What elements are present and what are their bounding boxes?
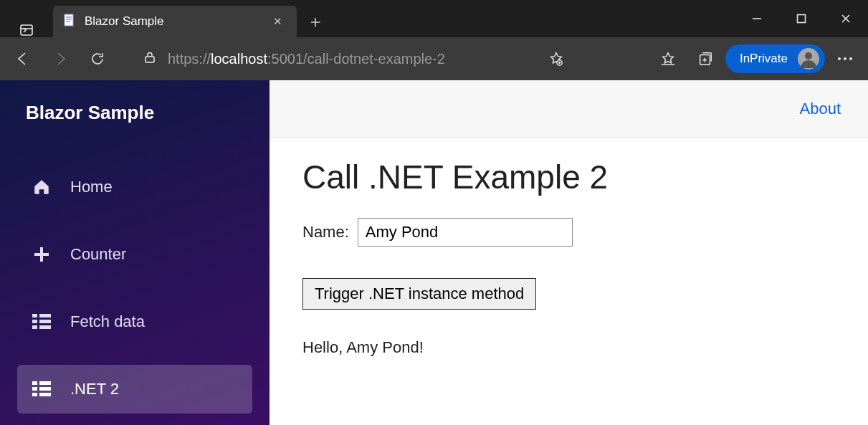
window-controls [735,0,868,37]
address-bar[interactable]: https://localhost:5001/call-dotnet-examp… [135,44,536,74]
url-host: localhost [211,51,267,67]
name-label: Name: [302,223,349,242]
svg-rect-24 [32,387,37,391]
nav-label: Counter [70,245,126,264]
svg-point-11 [838,57,841,60]
svg-rect-19 [39,320,51,323]
nav-item-fetch-data[interactable]: Fetch data [17,297,252,346]
forward-button[interactable] [43,42,77,76]
tab-actions-icon[interactable] [0,23,53,37]
url-protocol: https:// [168,51,211,67]
content-area: About Call .NET Example 2 Name: Trigger … [270,80,868,425]
inprivate-label: InPrivate [740,52,788,66]
profile-inprivate-pill[interactable]: InPrivate [725,44,825,73]
svg-rect-23 [39,381,51,385]
trigger-button[interactable]: Trigger .NET instance method [302,278,536,310]
collections-button[interactable] [688,42,722,76]
nav-item-home[interactable]: Home [17,163,252,211]
page-viewport: Blazor Sample Home Counter [0,80,868,425]
svg-rect-3 [798,15,806,23]
list-icon [32,379,52,399]
list-icon [32,312,52,332]
svg-point-12 [844,57,846,60]
browser-tab-active[interactable]: Blazor Sample ✕ [53,6,297,37]
url-port: :5001 [267,51,303,67]
svg-rect-15 [34,253,49,256]
nav-item-net-2[interactable]: .NET 2 [17,365,252,414]
refresh-button[interactable] [80,42,115,76]
more-menu-button[interactable] [828,42,862,76]
new-tab-button[interactable]: ＋ [300,6,331,37]
url-path: /call-dotnet-example-2 [303,51,445,67]
svg-rect-6 [146,57,154,62]
app-sidebar: Blazor Sample Home Counter [0,80,270,425]
svg-point-13 [849,57,852,60]
svg-rect-27 [39,393,51,396]
tab-close-icon[interactable]: ✕ [268,12,287,31]
main-panel: Call .NET Example 2 Name: Trigger .NET i… [270,138,868,377]
tab-favicon [63,14,76,30]
svg-rect-18 [32,320,37,323]
page-heading: Call .NET Example 2 [302,158,835,196]
svg-rect-20 [32,325,37,329]
svg-point-10 [805,52,812,59]
titlebar: Blazor Sample ✕ ＋ [0,0,868,37]
svg-rect-1 [65,14,73,26]
name-input[interactable] [358,218,573,247]
maximize-button[interactable] [779,0,824,37]
back-button[interactable] [6,42,40,76]
home-icon [32,177,52,197]
nav-list: Home Counter Fetch data [0,148,270,414]
nav-label: Home [70,178,113,196]
favorites-button[interactable] [651,42,685,76]
svg-rect-25 [39,387,51,391]
lock-icon [143,51,156,67]
svg-rect-17 [39,314,51,317]
site-info-button[interactable] [539,42,573,76]
svg-rect-21 [39,325,51,329]
browser-window: Blazor Sample ✕ ＋ https://localhost:5001… [0,0,868,425]
greeting-text: Hello, Amy Pond! [302,338,835,357]
avatar-icon [798,48,819,70]
browser-toolbar: https://localhost:5001/call-dotnet-examp… [0,37,868,80]
content-topbar: About [270,80,868,138]
minimize-button[interactable] [735,0,779,37]
svg-rect-16 [32,314,37,317]
svg-rect-22 [32,381,37,385]
nav-label: Fetch data [70,312,145,331]
svg-rect-26 [32,393,37,396]
app-brand: Blazor Sample [0,80,270,148]
nav-item-counter[interactable]: Counter [17,230,252,279]
nav-label: .NET 2 [70,380,119,398]
tab-title: Blazor Sample [85,14,164,29]
url: https://localhost:5001/call-dotnet-examp… [168,51,445,67]
close-window-button[interactable] [824,0,868,37]
about-link[interactable]: About [800,100,841,118]
name-row: Name: [302,218,835,247]
plus-icon [32,244,52,264]
